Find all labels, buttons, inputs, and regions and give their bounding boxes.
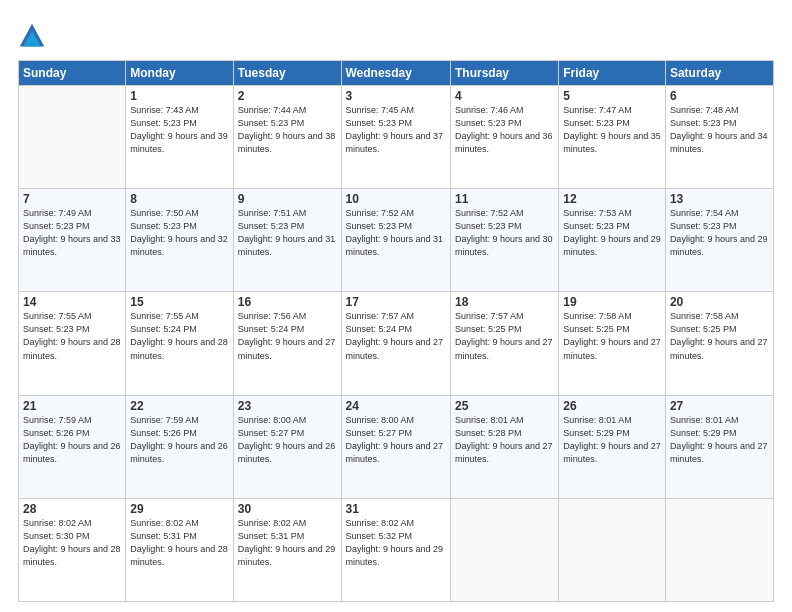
calendar-cell: 2Sunrise: 7:44 AMSunset: 5:23 PMDaylight… <box>233 86 341 189</box>
day-info: Sunrise: 7:56 AMSunset: 5:24 PMDaylight:… <box>238 310 337 362</box>
day-number: 3 <box>346 89 446 103</box>
calendar-cell: 21Sunrise: 7:59 AMSunset: 5:26 PMDayligh… <box>19 395 126 498</box>
day-info: Sunrise: 7:52 AMSunset: 5:23 PMDaylight:… <box>455 207 554 259</box>
calendar-cell: 25Sunrise: 8:01 AMSunset: 5:28 PMDayligh… <box>450 395 558 498</box>
logo-icon <box>18 22 46 50</box>
week-row-1: 7Sunrise: 7:49 AMSunset: 5:23 PMDaylight… <box>19 189 774 292</box>
week-row-3: 21Sunrise: 7:59 AMSunset: 5:26 PMDayligh… <box>19 395 774 498</box>
calendar-cell: 29Sunrise: 8:02 AMSunset: 5:31 PMDayligh… <box>126 498 233 601</box>
day-number: 8 <box>130 192 228 206</box>
day-info: Sunrise: 7:55 AMSunset: 5:23 PMDaylight:… <box>23 310 121 362</box>
calendar-cell: 6Sunrise: 7:48 AMSunset: 5:23 PMDaylight… <box>665 86 773 189</box>
logo <box>18 22 50 50</box>
day-number: 5 <box>563 89 661 103</box>
day-info: Sunrise: 7:48 AMSunset: 5:23 PMDaylight:… <box>670 104 769 156</box>
week-row-2: 14Sunrise: 7:55 AMSunset: 5:23 PMDayligh… <box>19 292 774 395</box>
day-info: Sunrise: 7:57 AMSunset: 5:24 PMDaylight:… <box>346 310 446 362</box>
day-number: 22 <box>130 399 228 413</box>
day-number: 31 <box>346 502 446 516</box>
day-info: Sunrise: 7:43 AMSunset: 5:23 PMDaylight:… <box>130 104 228 156</box>
calendar-cell: 17Sunrise: 7:57 AMSunset: 5:24 PMDayligh… <box>341 292 450 395</box>
day-number: 24 <box>346 399 446 413</box>
calendar-cell: 28Sunrise: 8:02 AMSunset: 5:30 PMDayligh… <box>19 498 126 601</box>
day-info: Sunrise: 7:53 AMSunset: 5:23 PMDaylight:… <box>563 207 661 259</box>
weekday-header-wednesday: Wednesday <box>341 61 450 86</box>
day-info: Sunrise: 7:59 AMSunset: 5:26 PMDaylight:… <box>130 414 228 466</box>
calendar-cell: 22Sunrise: 7:59 AMSunset: 5:26 PMDayligh… <box>126 395 233 498</box>
day-number: 13 <box>670 192 769 206</box>
calendar-cell: 3Sunrise: 7:45 AMSunset: 5:23 PMDaylight… <box>341 86 450 189</box>
day-number: 28 <box>23 502 121 516</box>
day-info: Sunrise: 7:54 AMSunset: 5:23 PMDaylight:… <box>670 207 769 259</box>
day-number: 29 <box>130 502 228 516</box>
day-number: 12 <box>563 192 661 206</box>
day-number: 30 <box>238 502 337 516</box>
day-info: Sunrise: 7:58 AMSunset: 5:25 PMDaylight:… <box>670 310 769 362</box>
calendar-cell: 10Sunrise: 7:52 AMSunset: 5:23 PMDayligh… <box>341 189 450 292</box>
day-info: Sunrise: 7:59 AMSunset: 5:26 PMDaylight:… <box>23 414 121 466</box>
calendar-cell: 19Sunrise: 7:58 AMSunset: 5:25 PMDayligh… <box>559 292 666 395</box>
calendar-cell: 15Sunrise: 7:55 AMSunset: 5:24 PMDayligh… <box>126 292 233 395</box>
day-info: Sunrise: 7:47 AMSunset: 5:23 PMDaylight:… <box>563 104 661 156</box>
day-number: 6 <box>670 89 769 103</box>
weekday-header-saturday: Saturday <box>665 61 773 86</box>
day-info: Sunrise: 8:02 AMSunset: 5:32 PMDaylight:… <box>346 517 446 569</box>
weekday-header-tuesday: Tuesday <box>233 61 341 86</box>
week-row-4: 28Sunrise: 8:02 AMSunset: 5:30 PMDayligh… <box>19 498 774 601</box>
calendar-cell: 26Sunrise: 8:01 AMSunset: 5:29 PMDayligh… <box>559 395 666 498</box>
day-info: Sunrise: 7:50 AMSunset: 5:23 PMDaylight:… <box>130 207 228 259</box>
day-info: Sunrise: 8:02 AMSunset: 5:30 PMDaylight:… <box>23 517 121 569</box>
calendar-cell: 18Sunrise: 7:57 AMSunset: 5:25 PMDayligh… <box>450 292 558 395</box>
day-number: 14 <box>23 295 121 309</box>
calendar-cell <box>450 498 558 601</box>
calendar-cell: 13Sunrise: 7:54 AMSunset: 5:23 PMDayligh… <box>665 189 773 292</box>
calendar-cell <box>559 498 666 601</box>
weekday-header-thursday: Thursday <box>450 61 558 86</box>
day-number: 2 <box>238 89 337 103</box>
day-info: Sunrise: 7:58 AMSunset: 5:25 PMDaylight:… <box>563 310 661 362</box>
header <box>18 18 774 50</box>
calendar-cell: 16Sunrise: 7:56 AMSunset: 5:24 PMDayligh… <box>233 292 341 395</box>
day-number: 11 <box>455 192 554 206</box>
calendar-cell: 5Sunrise: 7:47 AMSunset: 5:23 PMDaylight… <box>559 86 666 189</box>
day-info: Sunrise: 8:01 AMSunset: 5:28 PMDaylight:… <box>455 414 554 466</box>
day-number: 19 <box>563 295 661 309</box>
calendar-cell: 23Sunrise: 8:00 AMSunset: 5:27 PMDayligh… <box>233 395 341 498</box>
calendar-cell: 9Sunrise: 7:51 AMSunset: 5:23 PMDaylight… <box>233 189 341 292</box>
calendar-cell: 31Sunrise: 8:02 AMSunset: 5:32 PMDayligh… <box>341 498 450 601</box>
calendar-page: SundayMondayTuesdayWednesdayThursdayFrid… <box>0 0 792 612</box>
calendar-cell: 24Sunrise: 8:00 AMSunset: 5:27 PMDayligh… <box>341 395 450 498</box>
weekday-header-sunday: Sunday <box>19 61 126 86</box>
day-number: 20 <box>670 295 769 309</box>
day-number: 27 <box>670 399 769 413</box>
calendar-cell <box>19 86 126 189</box>
calendar-cell: 11Sunrise: 7:52 AMSunset: 5:23 PMDayligh… <box>450 189 558 292</box>
day-info: Sunrise: 7:49 AMSunset: 5:23 PMDaylight:… <box>23 207 121 259</box>
calendar-cell: 30Sunrise: 8:02 AMSunset: 5:31 PMDayligh… <box>233 498 341 601</box>
day-info: Sunrise: 7:44 AMSunset: 5:23 PMDaylight:… <box>238 104 337 156</box>
day-info: Sunrise: 8:00 AMSunset: 5:27 PMDaylight:… <box>346 414 446 466</box>
day-info: Sunrise: 7:52 AMSunset: 5:23 PMDaylight:… <box>346 207 446 259</box>
calendar-cell: 1Sunrise: 7:43 AMSunset: 5:23 PMDaylight… <box>126 86 233 189</box>
calendar-cell: 12Sunrise: 7:53 AMSunset: 5:23 PMDayligh… <box>559 189 666 292</box>
day-number: 16 <box>238 295 337 309</box>
weekday-header-row: SundayMondayTuesdayWednesdayThursdayFrid… <box>19 61 774 86</box>
calendar-cell: 7Sunrise: 7:49 AMSunset: 5:23 PMDaylight… <box>19 189 126 292</box>
day-number: 26 <box>563 399 661 413</box>
day-info: Sunrise: 8:02 AMSunset: 5:31 PMDaylight:… <box>130 517 228 569</box>
calendar-cell: 8Sunrise: 7:50 AMSunset: 5:23 PMDaylight… <box>126 189 233 292</box>
day-number: 23 <box>238 399 337 413</box>
day-number: 17 <box>346 295 446 309</box>
day-info: Sunrise: 7:46 AMSunset: 5:23 PMDaylight:… <box>455 104 554 156</box>
day-number: 1 <box>130 89 228 103</box>
day-number: 10 <box>346 192 446 206</box>
calendar-cell: 4Sunrise: 7:46 AMSunset: 5:23 PMDaylight… <box>450 86 558 189</box>
day-number: 15 <box>130 295 228 309</box>
day-number: 21 <box>23 399 121 413</box>
day-info: Sunrise: 8:01 AMSunset: 5:29 PMDaylight:… <box>670 414 769 466</box>
calendar-cell: 14Sunrise: 7:55 AMSunset: 5:23 PMDayligh… <box>19 292 126 395</box>
day-number: 18 <box>455 295 554 309</box>
calendar-cell: 27Sunrise: 8:01 AMSunset: 5:29 PMDayligh… <box>665 395 773 498</box>
day-number: 7 <box>23 192 121 206</box>
day-info: Sunrise: 7:51 AMSunset: 5:23 PMDaylight:… <box>238 207 337 259</box>
